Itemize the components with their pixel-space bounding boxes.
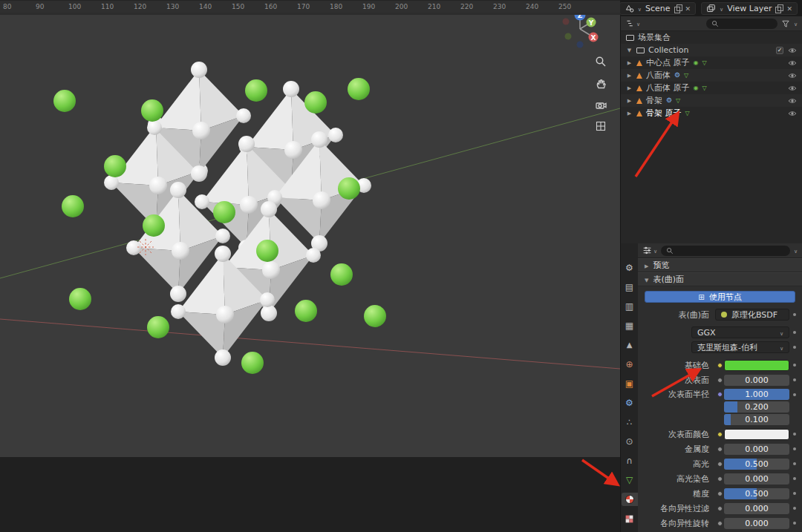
visibility-eye-icon[interactable] [788,71,797,80]
keyframe-dot[interactable] [789,364,799,367]
viewport-nav-tools [594,55,607,133]
scene-selector[interactable]: Scene [619,2,696,15]
use-nodes-label: 使用节点 [709,292,742,303]
outliner-search-input[interactable] [706,19,777,29]
keyframe-dot[interactable] [789,378,799,381]
keyframe-dot[interactable] [789,447,799,450]
gizmo-neg-y[interactable] [565,33,572,40]
gizmo-x-label: X [591,34,596,42]
subsurface-slider[interactable]: 0.000 [724,375,789,386]
keyframe-dot[interactable] [789,492,799,495]
tab-material[interactable] [622,493,638,506]
visibility-eye-icon[interactable] [788,59,797,68]
anisotropic-slider[interactable]: 0.000 [724,503,789,514]
expand-icon[interactable] [626,85,633,91]
tab-texture[interactable] [622,512,638,525]
zoom-tool-icon[interactable] [594,55,607,68]
sliders-icon [642,246,652,255]
object-row-skeleton[interactable]: 骨架 [621,94,802,107]
mesh-icon [636,85,642,91]
expand-icon[interactable] [626,111,633,116]
radius-g-field[interactable]: 0.200 [724,401,789,413]
visibility-eye-icon[interactable] [788,84,797,93]
visibility-eye-icon[interactable] [788,46,797,55]
3d-scene-crystal-structure [0,0,620,457]
anisotropic-rotation-slider[interactable]: 0.000 [724,518,789,529]
collection-checkbox[interactable] [776,47,783,54]
collapse-icon[interactable] [626,47,633,53]
camera-view-icon[interactable] [594,98,607,111]
base-color-row: 基础色 [638,358,802,372]
gizmo-neg-z[interactable] [577,42,584,48]
editor-type-dropdown[interactable] [625,19,640,28]
tab-render[interactable] [622,280,638,294]
tab-object[interactable] [622,377,638,390]
scene-collection-row[interactable]: 场景集合 [621,31,802,44]
keyframe-dot[interactable] [789,331,799,334]
tab-particles[interactable] [622,416,638,429]
orthographic-grid-icon[interactable] [594,119,607,133]
new-scene-icon[interactable] [674,4,682,13]
ruler-tick: 170 [297,1,330,13]
subsurface-method-dropdown[interactable]: 克里斯坦森-伯利 [691,341,789,353]
use-nodes-button[interactable]: 使用节点 [645,291,795,303]
tab-output[interactable] [622,300,638,313]
tab-constraints[interactable] [622,454,638,467]
timeline-ruler[interactable]: 8090100110120130140150160170180190200210… [0,0,620,13]
chevron-down-icon[interactable] [794,246,798,255]
keyframe-dot[interactable] [789,522,799,525]
preview-panel-header[interactable]: 预览 [638,258,802,272]
ruler-tick: 100 [68,1,101,13]
tab-object-data[interactable] [622,473,638,487]
visibility-eye-icon[interactable] [788,96,797,105]
keyframe-dot[interactable] [789,507,799,510]
tab-modifiers[interactable] [622,396,638,410]
expand-icon[interactable] [626,73,633,79]
tab-view-layer[interactable] [622,319,638,332]
keyframe-dot[interactable] [789,433,799,436]
specular-tint-slider[interactable]: 0.000 [724,473,789,485]
tab-physics[interactable] [622,435,638,448]
properties-editor-dropdown[interactable] [642,246,657,255]
view-layer-selector[interactable]: View Layer [701,2,798,15]
keyframe-dot[interactable] [789,313,799,316]
tab-scene[interactable] [622,338,638,352]
keyframe-dot[interactable] [789,462,799,465]
specular-slider[interactable]: 0.500 [724,459,789,470]
pan-hand-tool-icon[interactable] [594,76,607,90]
metallic-slider[interactable]: 0.000 [724,444,789,455]
ruler-tick: 110 [101,1,134,13]
expand-icon[interactable] [626,60,633,66]
filter-button[interactable] [781,19,790,28]
viewport-canvas[interactable]: Z Y X [0,0,620,457]
gizmo-neg-x[interactable] [563,19,570,25]
subsurface-label: 次表面 [638,375,715,386]
object-row-octahedron-atoms[interactable]: 八面体 原子 [621,82,802,94]
collection-row[interactable]: Collection [621,44,802,56]
visibility-eye-icon[interactable] [788,109,797,118]
properties-header [638,243,802,258]
properties-search-input[interactable] [661,246,790,256]
keyframe-dot[interactable] [789,477,799,480]
tab-tool[interactable] [622,261,638,275]
tab-world[interactable] [622,358,638,371]
keyframe-dot[interactable] [789,393,799,396]
base-color-swatch[interactable] [724,360,789,371]
new-view-layer-icon[interactable] [775,4,783,13]
radius-r-field[interactable]: 1.000 [724,389,789,400]
radius-b-field[interactable]: 0.100 [724,414,789,425]
surface-panel-header[interactable]: 表(曲)面 [638,272,802,286]
keyframe-dot[interactable] [789,346,799,349]
value-socket-icon [715,491,724,496]
chevron-down-icon[interactable] [794,19,798,28]
object-row-center-atoms[interactable]: 中心点 原子 [621,56,802,69]
close-view-layer-icon[interactable] [786,4,792,13]
distribution-dropdown[interactable]: GGX [691,326,789,338]
roughness-slider[interactable]: 0.500 [724,488,789,499]
close-scene-icon[interactable] [685,4,691,13]
expand-icon[interactable] [626,98,633,104]
object-row-octahedron[interactable]: 八面体 [621,69,802,82]
surface-shader-dropdown[interactable]: 原理化BSDF [715,309,789,321]
object-row-skeleton-atoms[interactable]: 骨架 原子 [621,107,802,119]
subsurface-color-swatch[interactable] [724,429,789,440]
